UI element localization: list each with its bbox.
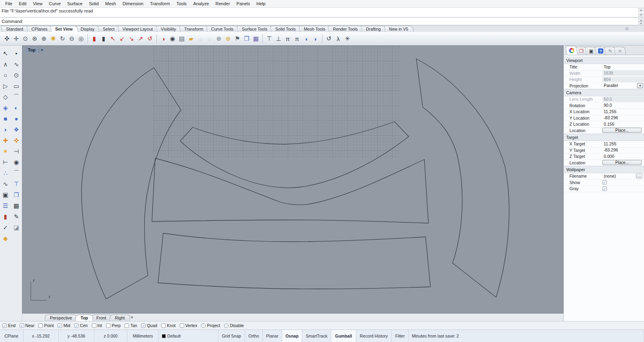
polyline-icon[interactable]: ∧ bbox=[0, 59, 10, 70]
viewport-top[interactable]: Top ▼ y x bbox=[22, 46, 563, 313]
camera-dolly-icon[interactable]: ◑ bbox=[159, 34, 168, 44]
hatch-icon[interactable]: ☰ bbox=[0, 200, 10, 211]
property-checkbox[interactable]: ✓ bbox=[602, 187, 607, 191]
viewport-tab-perspective[interactable]: Perspective bbox=[44, 315, 77, 321]
property-value[interactable]: 90.0 bbox=[602, 103, 644, 108]
osnap-item-tan[interactable]: Tan bbox=[125, 323, 137, 328]
menu-item-file[interactable]: File bbox=[2, 0, 15, 7]
properties-tab[interactable] bbox=[565, 46, 578, 55]
move-view-icon[interactable]: ✛ bbox=[12, 34, 21, 44]
wireframe-object-icon[interactable]: ▦ bbox=[251, 34, 260, 44]
menu-item-mesh[interactable]: Mesh bbox=[102, 0, 119, 7]
osnap-item-near[interactable]: ✓Near bbox=[20, 323, 35, 328]
named-view-1-icon[interactable]: ◌ bbox=[196, 34, 205, 44]
osnap-checkbox-tan[interactable] bbox=[125, 323, 129, 328]
view-right-icon[interactable]: ↘ bbox=[127, 34, 136, 44]
set-cplane-object-icon[interactable]: ❒ bbox=[242, 34, 251, 44]
camera-icon[interactable]: ◉ bbox=[168, 34, 177, 44]
tabstrip-options-icon[interactable]: ◎ bbox=[625, 26, 629, 31]
menu-item-dimension[interactable]: Dimension bbox=[120, 0, 146, 7]
plan-view-2-icon[interactable]: π bbox=[293, 34, 301, 44]
scroll-down-icon[interactable]: ▼ bbox=[638, 22, 644, 25]
layer-diamond-icon[interactable]: ◆ bbox=[0, 233, 10, 244]
filter-cell[interactable]: Filter bbox=[392, 330, 409, 342]
material-icon[interactable]: ◪ bbox=[11, 222, 21, 233]
toolbar-tab-drafting[interactable]: Drafting bbox=[361, 26, 386, 32]
osnap-item-knot[interactable]: Knot bbox=[161, 323, 176, 328]
place-button[interactable]: Place... bbox=[602, 160, 642, 165]
helix-icon[interactable]: ∿ bbox=[0, 178, 10, 189]
settings-tab[interactable]: ✳ bbox=[614, 47, 626, 55]
toolbar-tab-new-in-v5[interactable]: New in V5 bbox=[384, 26, 414, 32]
property-checkbox[interactable]: ✓ bbox=[602, 180, 607, 184]
osnap-item-int[interactable]: Int bbox=[92, 323, 102, 328]
annotate-icon[interactable]: ✎ bbox=[11, 211, 21, 222]
set-view-front-icon[interactable]: ⊤ bbox=[265, 34, 274, 44]
grid-array-icon[interactable]: ▦ bbox=[11, 200, 21, 211]
arc-icon[interactable]: ⌒ bbox=[11, 91, 21, 102]
left-crescent-part[interactable] bbox=[81, 68, 181, 299]
circle-icon[interactable]: ○ bbox=[0, 70, 10, 81]
isometric-view-icon[interactable]: ◖ bbox=[302, 34, 311, 44]
gumball-toggle[interactable]: Gumball bbox=[331, 330, 356, 342]
fillet-icon[interactable]: ⌒ bbox=[11, 168, 21, 178]
toolbar-tab-viewport-layout[interactable]: Viewport Layout bbox=[118, 26, 158, 32]
toolbar-tab-mesh-tools[interactable]: Mesh Tools bbox=[299, 26, 330, 32]
history-scrollbar[interactable]: ▲ ▼ bbox=[638, 8, 644, 17]
view-forward-icon[interactable]: ↗ bbox=[136, 34, 145, 44]
array-icon[interactable]: ❒ bbox=[11, 189, 21, 200]
zoom-out-icon[interactable]: ⊖ bbox=[67, 34, 76, 44]
viewport-tab-front[interactable]: Front bbox=[91, 315, 112, 321]
set-view-top-icon[interactable]: ⊥ bbox=[274, 34, 283, 44]
right-crescent-part[interactable] bbox=[416, 59, 509, 297]
rectangle-icon[interactable]: ▭ bbox=[11, 81, 21, 91]
turntable-icon[interactable]: ↺ bbox=[324, 34, 333, 44]
property-value[interactable]: Parallel bbox=[602, 83, 637, 88]
save-view-icon[interactable]: ▤ bbox=[177, 34, 186, 44]
y-coordinate[interactable]: y -48.536 bbox=[59, 330, 94, 342]
scroll-up-icon[interactable]: ▲ bbox=[638, 8, 644, 12]
viewport-tab-right[interactable]: Right bbox=[109, 315, 130, 321]
smarttrack-toggle[interactable]: SmartTrack bbox=[302, 330, 331, 342]
cplane-cell[interactable]: CPlane bbox=[0, 330, 23, 342]
property-value[interactable]: -83.296 bbox=[602, 147, 644, 153]
menu-item-solid[interactable]: Solid bbox=[86, 0, 102, 7]
osnap-item-quad[interactable]: ✓Quad bbox=[141, 323, 157, 328]
property-value[interactable]: 0.000 bbox=[602, 154, 644, 159]
toolbar-tab-visibility[interactable]: Visibility bbox=[156, 26, 182, 32]
osnap-item-disable[interactable]: Disable bbox=[224, 323, 244, 328]
osnap-item-project[interactable]: Project bbox=[201, 323, 220, 328]
viewport-tab-+[interactable]: + bbox=[128, 314, 137, 321]
named-view-2-icon[interactable]: ◌ bbox=[205, 34, 214, 44]
osnap-checkbox-cen[interactable]: ✓ bbox=[74, 323, 79, 328]
boolean-difference-icon[interactable]: ✜ bbox=[11, 135, 21, 146]
osnap-checkbox-project[interactable] bbox=[201, 323, 206, 328]
view-rotate-icon[interactable]: ↺ bbox=[145, 34, 154, 44]
units-cell[interactable]: Millimeters bbox=[127, 330, 159, 342]
toolbar-tab-display[interactable]: Display bbox=[76, 26, 100, 32]
zoom-icon[interactable]: ⊙ bbox=[21, 34, 30, 44]
osnap-checkbox-near[interactable]: ✓ bbox=[20, 323, 24, 328]
point-cloud-icon[interactable]: ∴ bbox=[0, 168, 10, 178]
toolbar-tab-surface-tools[interactable]: Surface Tools bbox=[237, 26, 273, 32]
osnap-item-mid[interactable]: ✓Mid bbox=[58, 323, 70, 328]
toolbar-tab-solid-tools[interactable]: Solid Tools bbox=[270, 26, 301, 32]
view-back-icon[interactable]: ↖ bbox=[108, 34, 117, 44]
menu-item-surface[interactable]: Surface bbox=[64, 0, 85, 7]
zoom-extents-icon[interactable]: ✺ bbox=[49, 34, 58, 44]
cplane-icon[interactable]: ⊕ bbox=[214, 34, 223, 44]
planar-toggle[interactable]: Planar bbox=[263, 330, 282, 342]
redo-view-icon[interactable]: ▮ bbox=[99, 34, 108, 44]
property-value[interactable]: Top bbox=[602, 64, 644, 70]
layer-cell[interactable]: Default bbox=[159, 330, 218, 342]
curve-icon[interactable]: ∿ bbox=[11, 59, 21, 70]
browse-button[interactable]: … bbox=[636, 174, 642, 178]
analyze-icon[interactable]: ▮ bbox=[0, 211, 10, 222]
menu-item-curve[interactable]: Curve bbox=[46, 0, 63, 7]
zoom-selected-icon[interactable]: ⊕ bbox=[39, 34, 48, 44]
drawing-canvas[interactable] bbox=[23, 46, 563, 313]
sphere-icon[interactable]: ● bbox=[11, 113, 21, 124]
viewport-tab-top[interactable]: Top bbox=[75, 315, 93, 321]
menu-item-view[interactable]: View bbox=[30, 0, 46, 7]
scroll-down-icon[interactable]: ▼ bbox=[638, 13, 644, 17]
